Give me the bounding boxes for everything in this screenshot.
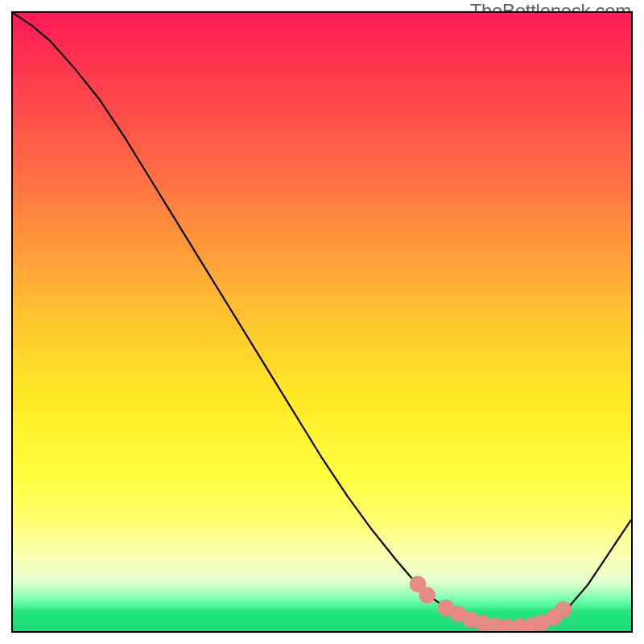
plot-area [11, 11, 633, 633]
chart-container: TheBottleneck.com [0, 0, 644, 644]
highlight-marker [440, 602, 451, 613]
highlight-marker [452, 609, 463, 619]
highlight-marker [536, 617, 547, 628]
highlight-marker [413, 579, 423, 589]
line-layer [13, 13, 631, 631]
highlight-marker [490, 621, 501, 631]
highlight-marker [502, 621, 513, 631]
highlight-marker [514, 621, 525, 631]
highlight-marker [422, 590, 432, 601]
bottleneck-curve [13, 13, 631, 627]
highlight-marker [465, 614, 476, 625]
highlight-marker [477, 618, 488, 629]
highlight-markers [413, 579, 568, 631]
highlight-marker [558, 605, 568, 615]
